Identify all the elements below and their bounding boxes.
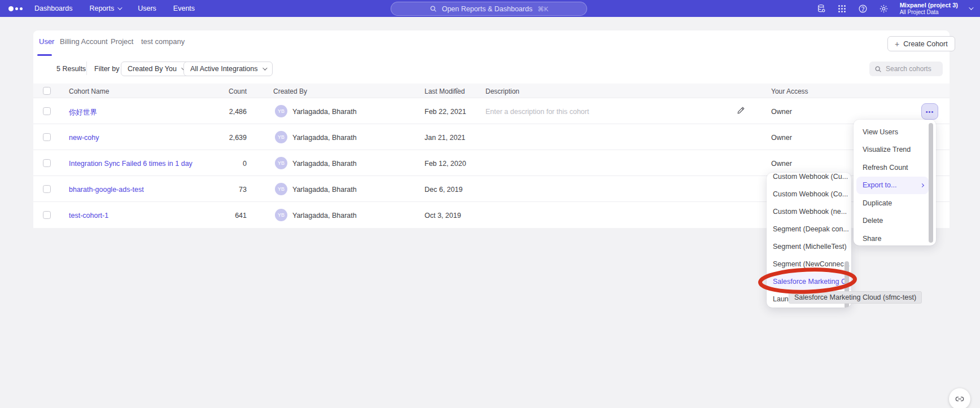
creator-name: Yarlagadda, Bharath xyxy=(292,108,357,116)
apps-grid-icon[interactable] xyxy=(837,3,847,14)
menu-item-delete[interactable]: Delete xyxy=(854,212,936,230)
mixpanel-logo-icon[interactable] xyxy=(8,6,28,11)
context-menu-scrollbar[interactable] xyxy=(929,123,933,243)
help-icon[interactable] xyxy=(858,3,868,14)
copy-link-button[interactable] xyxy=(949,388,970,408)
gear-icon[interactable] xyxy=(879,3,889,14)
row-checkbox[interactable] xyxy=(43,107,51,115)
divider xyxy=(86,62,87,75)
chevron-right-icon xyxy=(920,183,924,187)
cohort-name-link[interactable]: bharath-google-ads-test xyxy=(69,186,144,194)
plus-icon: + xyxy=(895,40,899,49)
tab-billing-account[interactable]: Billing Account xyxy=(60,37,108,46)
row-actions-button[interactable]: ••• xyxy=(921,103,938,120)
avatar: YB xyxy=(275,105,287,117)
menu-item-refresh-count[interactable]: Refresh Count xyxy=(854,159,936,177)
cohort-count: 2,486 xyxy=(190,108,247,116)
nav-item-dashboards[interactable]: Dashboards xyxy=(34,5,72,12)
table-header: Cohort Name Count Created By Last Modifi… xyxy=(33,84,950,98)
cohort-count: 0 xyxy=(190,160,247,168)
menu-item-segment-newconnec[interactable]: Segment (NewConnec... xyxy=(767,255,851,273)
column-header-name[interactable]: Cohort Name xyxy=(69,87,109,95)
link-icon xyxy=(955,394,964,403)
description-input[interactable]: Enter a description for this cohort xyxy=(485,108,589,116)
search-icon xyxy=(430,5,437,12)
avatar: YB xyxy=(275,183,287,195)
project-switcher[interactable]: Mixpanel (project 3) All Project Data xyxy=(900,2,958,15)
row-checkbox[interactable] xyxy=(43,185,51,193)
cohort-name-link[interactable]: test-cohort-1 xyxy=(69,212,108,220)
cohort-name-link[interactable]: 你好世界 xyxy=(69,108,97,117)
table-row[interactable]: new-cohy 2,639 YB Yarlagadda, Bharath Ja… xyxy=(33,124,950,150)
nav-item-events[interactable]: Events xyxy=(173,5,195,12)
column-header-created-by[interactable]: Created By xyxy=(273,87,307,95)
table-row[interactable]: 你好世界 2,486 YB Yarlagadda, Bharath Feb 22… xyxy=(33,98,950,124)
global-search-input[interactable]: Open Reports & Dashboards ⌘K xyxy=(391,2,587,16)
last-modified-date: Oct 3, 2019 xyxy=(425,212,461,220)
created-by-filter-dropdown[interactable]: Created By You xyxy=(121,62,191,76)
search-cohorts-input[interactable]: Search cohorts xyxy=(869,62,943,76)
cohort-count: 73 xyxy=(190,186,247,194)
access-level: Owner xyxy=(771,108,792,116)
menu-item-share[interactable]: Share xyxy=(854,230,936,248)
access-level: Owner xyxy=(771,160,792,168)
avatar: YB xyxy=(275,157,287,169)
menu-item-salesforce-marketing-cloud[interactable]: Salesforce Marketing C... xyxy=(767,273,851,290)
chevron-down-icon xyxy=(262,65,267,70)
tab-user[interactable]: User xyxy=(39,37,54,46)
edit-description-icon[interactable] xyxy=(737,106,745,117)
create-cohort-button[interactable]: + Create Cohort xyxy=(887,36,955,51)
row-context-menu: View Users Visualize Trend Refresh Count… xyxy=(854,120,936,245)
row-checkbox[interactable] xyxy=(43,133,51,141)
menu-item-segment-michelle[interactable]: Segment (MichelleTest) xyxy=(767,238,851,255)
row-checkbox[interactable] xyxy=(43,159,51,167)
menu-item-duplicate[interactable]: Duplicate xyxy=(854,194,936,212)
last-modified-date: Feb 22, 2021 xyxy=(425,108,466,116)
menu-item-visualize-trend[interactable]: Visualize Trend xyxy=(854,141,936,159)
avatar: YB xyxy=(275,131,287,143)
row-checkbox[interactable] xyxy=(43,211,51,219)
integration-tooltip: Salesforce Marketing Cloud (sfmc-test) xyxy=(789,291,922,304)
last-modified-date: Dec 6, 2019 xyxy=(425,186,462,194)
cohort-count: 641 xyxy=(190,212,247,220)
creator-name: Yarlagadda, Bharath xyxy=(292,186,357,194)
select-all-checkbox[interactable] xyxy=(43,87,51,95)
active-tab-indicator xyxy=(37,54,52,56)
cohort-count: 2,639 xyxy=(190,134,247,142)
data-management-icon[interactable] xyxy=(816,3,826,14)
cohort-name-link[interactable]: new-cohy xyxy=(69,134,99,142)
chevron-down-icon xyxy=(117,5,122,10)
filter-by-label: Filter by xyxy=(94,65,119,73)
column-header-count[interactable]: Count xyxy=(190,87,247,95)
menu-item-view-users[interactable]: View Users xyxy=(854,123,936,141)
last-modified-date: Jan 21, 2021 xyxy=(425,134,465,142)
top-nav: Dashboards Reports Users Events Open Rep… xyxy=(0,0,980,17)
integrations-filter-dropdown[interactable]: All Active Integrations xyxy=(183,62,273,76)
access-level: Owner xyxy=(771,134,792,142)
sort-icon[interactable] xyxy=(455,87,459,94)
cohorts-page: Dashboards Reports Users Events Open Rep… xyxy=(0,0,980,408)
export-submenu: Custom Webhook (Cu... Custom Webhook (Co… xyxy=(767,173,851,308)
last-modified-date: Feb 12, 2020 xyxy=(425,160,466,168)
results-count: 5 Results xyxy=(56,65,86,73)
avatar: YB xyxy=(275,209,287,221)
column-header-access[interactable]: Your Access xyxy=(771,87,808,95)
nav-item-reports[interactable]: Reports xyxy=(89,5,121,12)
chevron-down-icon xyxy=(969,5,973,10)
search-icon xyxy=(874,65,882,73)
nav-item-users[interactable]: Users xyxy=(138,5,156,12)
menu-item-segment-deepak[interactable]: Segment (Deepak con... xyxy=(767,220,851,238)
tab-project[interactable]: Project xyxy=(111,37,133,46)
menu-item-custom-webhook-1[interactable]: Custom Webhook (Cu... xyxy=(767,173,851,185)
menu-item-custom-webhook-2[interactable]: Custom Webhook (Co... xyxy=(767,185,851,203)
keyboard-shortcut-badge: ⌘K xyxy=(537,5,548,13)
creator-name: Yarlagadda, Bharath xyxy=(292,212,357,220)
creator-name: Yarlagadda, Bharath xyxy=(292,134,357,142)
creator-name: Yarlagadda, Bharath xyxy=(292,160,357,168)
column-header-description[interactable]: Description xyxy=(485,87,519,95)
menu-item-export-to[interactable]: Export to... xyxy=(856,177,929,195)
cohort-name-link[interactable]: Integration Sync Failed 6 times in 1 day xyxy=(69,160,193,168)
tab-test-company[interactable]: test company xyxy=(141,37,185,46)
menu-item-custom-webhook-3[interactable]: Custom Webhook (ne... xyxy=(767,203,851,220)
